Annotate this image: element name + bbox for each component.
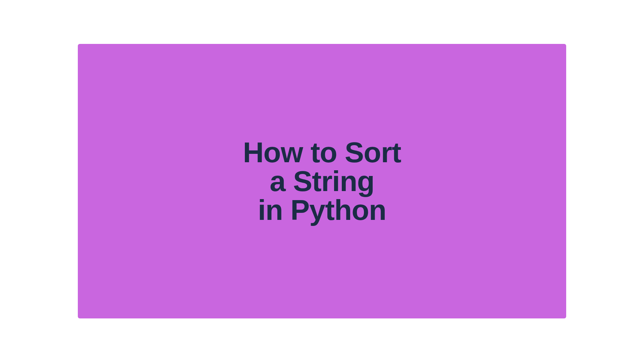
title-line-1: How to Sort [243,138,401,167]
main-title: How to Sort a String in Python [243,138,401,224]
title-card: How to Sort a String in Python [78,44,566,318]
title-line-3: in Python [243,195,401,224]
title-line-2: a String [243,167,401,195]
